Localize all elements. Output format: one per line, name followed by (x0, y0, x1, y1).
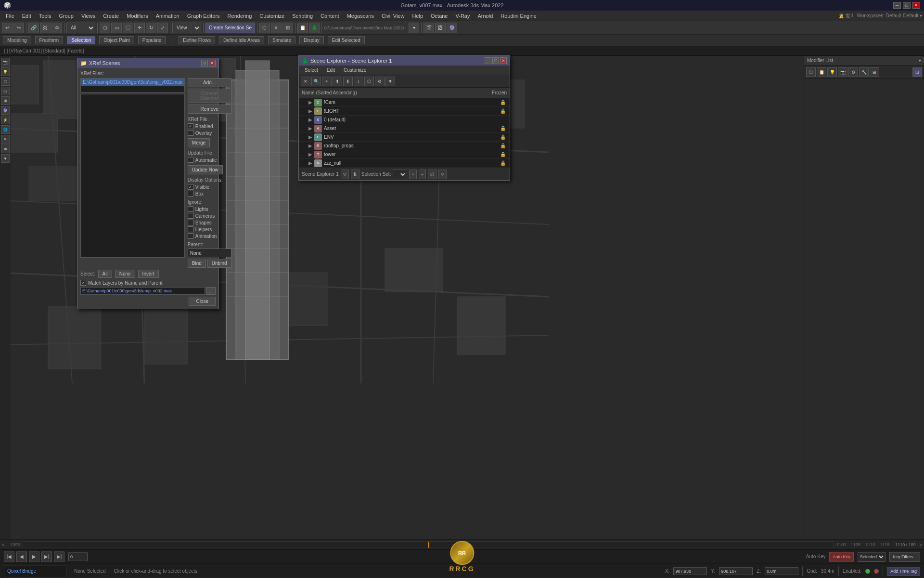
play-button[interactable]: ▶ (29, 552, 39, 562)
se-row-rooftop[interactable]: ▶ R rooftop_props 🔒 (299, 142, 510, 150)
expand-icon-env[interactable]: ▶ (308, 134, 314, 140)
menu-scripting[interactable]: Scripting (288, 12, 317, 20)
mp-icon-4[interactable]: 📷 (838, 67, 847, 77)
simulate-btn[interactable]: Simulate (268, 36, 295, 44)
redo-button[interactable]: ↪ (13, 23, 24, 33)
select-lasso-button[interactable]: 〇 (123, 23, 133, 33)
freeform-tab[interactable]: Freeform (35, 36, 64, 44)
menu-group[interactable]: Group (55, 12, 77, 20)
se-row-null[interactable]: ▶ N zzz_null 🔒 (299, 159, 510, 168)
mp-icon-2[interactable]: 📋 (817, 67, 826, 77)
se-menu-customize[interactable]: Customize (340, 66, 370, 74)
frame-input[interactable] (68, 552, 88, 561)
populate-tab[interactable]: Populate (138, 36, 166, 44)
minimize-button[interactable]: ─ (893, 2, 901, 9)
se-tb-btn-6[interactable]: ↕ (354, 77, 363, 86)
expand-icon-default[interactable]: ▶ (308, 117, 314, 122)
se-row-cam[interactable]: ▶ C !Cam 🔒 (299, 98, 510, 107)
undo-button[interactable]: ↩ (2, 23, 13, 33)
link-button[interactable]: 🔗 (28, 23, 39, 33)
vp-icon-2[interactable]: 💡 (1, 67, 10, 76)
se-row-asset[interactable]: ▶ A Asset 🔒 (299, 124, 510, 133)
menu-animation[interactable]: Animation (152, 12, 183, 20)
filter-dropdown[interactable]: All (66, 23, 95, 33)
add-time-tag-button[interactable]: Add Time Tag (887, 567, 920, 576)
expand-icon-null[interactable]: ▶ (308, 160, 314, 166)
modifier-list-expand[interactable]: ▾ (919, 58, 921, 63)
expand-icon-light[interactable]: ▶ (308, 108, 314, 114)
se-selection-set[interactable] (393, 170, 407, 179)
timeline-scroll-right[interactable]: > (917, 542, 922, 547)
path-browse-button[interactable]: ▾ (409, 23, 419, 33)
vp-icon-9[interactable]: ≡ (1, 135, 10, 144)
dialog-close-button[interactable]: Close (189, 297, 216, 306)
menu-help[interactable]: Help (408, 12, 427, 20)
se-tb-btn-4[interactable]: ⬆ (333, 77, 342, 86)
quixel-bridge[interactable]: Quixel Bridge (4, 565, 66, 578)
vp-icon-11[interactable]: ▼ (1, 154, 10, 163)
spacing-button[interactable]: ⊞ (282, 23, 293, 33)
selection-tab[interactable]: Selection (67, 36, 95, 44)
se-row-default[interactable]: ▶ 0 0 (default) (299, 116, 510, 124)
expand-icon-tower[interactable]: ▶ (308, 152, 314, 157)
merge-button[interactable]: Merge (188, 138, 210, 147)
mp-icon-7[interactable]: ⊞ (870, 67, 879, 77)
menu-file[interactable]: File (2, 12, 18, 20)
se-tb-btn-9[interactable]: ▼ (385, 77, 395, 86)
enabled-checkbox[interactable] (188, 123, 193, 129)
object-paint-tab[interactable]: Object Paint (99, 36, 134, 44)
overlay-checkbox[interactable] (188, 130, 193, 136)
scene-explorer-button[interactable]: 🌲 (309, 23, 320, 33)
modeling-tab[interactable]: Modeling (3, 36, 31, 44)
key-filters-button[interactable]: Key Filters... (889, 552, 920, 562)
cameras-checkbox[interactable] (188, 213, 193, 219)
prev-frame-button[interactable]: ◀ (16, 552, 27, 562)
create-selection-button[interactable]: Create Selection Se (205, 23, 255, 33)
se-close-button[interactable]: ✕ (500, 57, 507, 64)
vp-icon-1[interactable]: 📷 (1, 58, 10, 66)
align-button[interactable]: ≡ (271, 23, 282, 33)
se-sort-btn[interactable]: ⇅ (351, 170, 359, 179)
auto-key-button[interactable]: Auto Key (829, 552, 854, 562)
menu-octane[interactable]: Octane (427, 12, 451, 20)
se-row-env[interactable]: ▶ E ENV 🔒 (299, 133, 510, 142)
selected-dropdown[interactable]: Selected (858, 552, 886, 562)
invert-button[interactable]: Invert (138, 270, 159, 278)
menu-views[interactable]: Views (77, 12, 99, 20)
material-editor-button[interactable]: 🔮 (447, 23, 457, 33)
render-setup-button[interactable]: 🎬 (424, 23, 434, 33)
z-input[interactable] (765, 567, 798, 575)
layer-manager-button[interactable]: 📋 (297, 23, 308, 33)
animation-checkbox[interactable] (188, 233, 193, 239)
se-tb-btn-1[interactable]: ✕ (301, 77, 310, 86)
se-minimize-button[interactable]: ─ (485, 57, 491, 64)
path-browse-button[interactable]: ... (206, 287, 216, 295)
vp-icon-10[interactable]: ⊕ (1, 144, 10, 153)
goto-end-button[interactable]: ▶| (54, 552, 64, 562)
parent-input[interactable] (188, 249, 231, 257)
vp-icon-5[interactable]: ⊞ (1, 96, 10, 105)
next-frame-button[interactable]: ▶| (41, 552, 52, 562)
remove-button[interactable]: Remove (188, 105, 231, 114)
se-filter-btn[interactable]: ▽ (341, 170, 349, 179)
mp-icon-5[interactable]: ⚙ (848, 67, 858, 77)
maximize-button[interactable]: □ (903, 2, 911, 9)
se-menu-edit[interactable]: Edit (323, 66, 339, 74)
expand-icon-rooftop[interactable]: ▶ (308, 143, 314, 148)
match-layers-checkbox[interactable] (80, 280, 86, 286)
unlink-button[interactable]: ⛓ (40, 23, 51, 33)
expand-icon-asset[interactable]: ▶ (308, 126, 314, 131)
se-add-sel-btn[interactable]: + (409, 170, 416, 179)
mp-icon-1[interactable]: ⬡ (806, 67, 816, 77)
display-btn[interactable]: Display (299, 36, 324, 44)
menu-graph-editors[interactable]: Graph Editors (183, 12, 224, 20)
menu-modifiers[interactable]: Modifiers (123, 12, 152, 20)
menu-arnold[interactable]: Arnold (474, 12, 497, 20)
se-maximize-button[interactable]: □ (492, 57, 499, 64)
mirror-button[interactable]: ⬡ (259, 23, 270, 33)
select-none-button[interactable]: None (115, 270, 135, 278)
edit-selected-btn[interactable]: Edit Selected (328, 36, 365, 44)
vp-icon-4[interactable]: ▭ (1, 87, 10, 95)
scale-button[interactable]: ⤢ (157, 23, 168, 33)
se-highlight-btn[interactable]: ⬡ (428, 170, 436, 179)
